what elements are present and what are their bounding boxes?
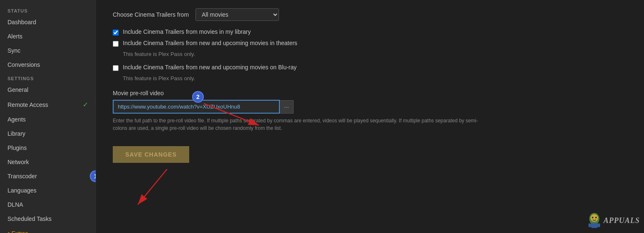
sidebar-item-scheduled-tasks[interactable]: Scheduled Tasks — [0, 212, 96, 226]
sidebar-item-general[interactable]: General — [0, 83, 96, 97]
preroll-hint: Enter the full path to the pre-roll vide… — [113, 117, 489, 132]
watermark-text: APPUALS — [603, 216, 640, 225]
active-dot-icon: • — [8, 230, 10, 233]
svg-rect-7 — [591, 223, 598, 228]
sidebar-item-sync[interactable]: Sync — [0, 43, 96, 58]
preroll-field-group: Movie pre-roll video ··· Enter the full … — [113, 90, 627, 132]
svg-point-6 — [595, 217, 597, 218]
cinema-trailers-row: Choose Cinema Trailers from All movies O… — [113, 8, 627, 21]
sidebar-item-extras[interactable]: • Extras — [0, 226, 96, 233]
plex-pass-note-2: This feature is Plex Pass only. — [123, 75, 627, 81]
checkbox-library-label: Include Cinema Trailers from movies in m… — [123, 28, 251, 35]
checkbox-bluray-row: Include Cinema Trailers from new and upc… — [113, 64, 627, 71]
checkbox-bluray[interactable] — [113, 65, 119, 71]
appuals-logo-icon — [587, 212, 602, 229]
checkbox-theaters[interactable] — [113, 41, 119, 47]
annotation-1: 1 — [90, 170, 96, 182]
sidebar-item-remote-access[interactable]: Remote Access ✓ — [0, 97, 96, 112]
settings-section-label: SETTINGS — [0, 72, 96, 83]
svg-rect-9 — [598, 223, 600, 227]
sidebar-item-label: Languages — [8, 187, 36, 194]
sidebar-item-conversions[interactable]: Conversions — [0, 58, 96, 72]
svg-point-5 — [592, 217, 593, 218]
sidebar-item-label: Dashboard — [8, 19, 36, 25]
sidebar: STATUS Dashboard Alerts Sync Conversions… — [0, 0, 96, 233]
sidebar-item-label: Extras — [12, 230, 28, 233]
save-changes-button[interactable]: SAVE CHANGES — [113, 146, 189, 163]
sidebar-item-label: Conversions — [8, 61, 40, 68]
sidebar-item-label: Plugins — [8, 144, 27, 151]
plex-pass-note-1: This feature is Plex Pass only. — [123, 51, 627, 57]
sidebar-item-library[interactable]: Library — [0, 127, 96, 141]
checkbox-theaters-row: Include Cinema Trailers from new and upc… — [113, 40, 627, 47]
sidebar-item-network[interactable]: Network — [0, 155, 96, 169]
main-content: Choose Cinema Trailers from All movies O… — [96, 0, 644, 233]
sidebar-item-label: Network — [8, 159, 29, 165]
sidebar-item-transcoder[interactable]: Transcoder 1 — [0, 169, 96, 183]
annotation-2-wrapper: 2 — [192, 91, 204, 103]
sidebar-item-label: DLNA — [8, 201, 23, 208]
sidebar-item-languages[interactable]: Languages — [0, 183, 96, 198]
sidebar-item-dashboard[interactable]: Dashboard — [0, 15, 96, 29]
sidebar-item-label: Sync — [8, 47, 20, 54]
sidebar-item-label: Transcoder — [8, 173, 37, 180]
cinema-trailers-label: Choose Cinema Trailers from — [113, 11, 189, 18]
browse-button[interactable]: ··· — [280, 100, 294, 114]
sidebar-item-label: Alerts — [8, 33, 23, 40]
check-icon: ✓ — [83, 101, 88, 109]
watermark: APPUALS — [587, 212, 640, 229]
preroll-label: Movie pre-roll video — [113, 90, 627, 96]
sidebar-item-plugins[interactable]: Plugins — [0, 141, 96, 155]
checkbox-bluray-label: Include Cinema Trailers from new and upc… — [123, 64, 297, 71]
sidebar-item-label: Agents — [8, 116, 26, 123]
cinema-trailers-select[interactable]: All movies Only unwatched Never — [195, 8, 279, 21]
sidebar-item-label: Remote Access — [8, 101, 48, 108]
svg-rect-8 — [588, 223, 591, 227]
svg-line-2 — [138, 169, 167, 205]
sidebar-item-dlna[interactable]: DLNA — [0, 198, 96, 212]
sidebar-item-alerts[interactable]: Alerts — [0, 29, 96, 43]
preroll-input-container: ··· — [113, 100, 627, 114]
sidebar-item-label: General — [8, 86, 28, 93]
checkbox-theaters-label: Include Cinema Trailers from new and upc… — [123, 40, 297, 46]
checkbox-library[interactable] — [113, 30, 119, 35]
annotation-2: 2 — [192, 91, 204, 103]
sidebar-item-label: Library — [8, 130, 25, 137]
status-section-label: STATUS — [0, 4, 96, 15]
checkbox-library-row: Include Cinema Trailers from movies in m… — [113, 28, 627, 35]
sidebar-item-label: Scheduled Tasks — [8, 215, 52, 222]
sidebar-item-agents[interactable]: Agents — [0, 112, 96, 127]
